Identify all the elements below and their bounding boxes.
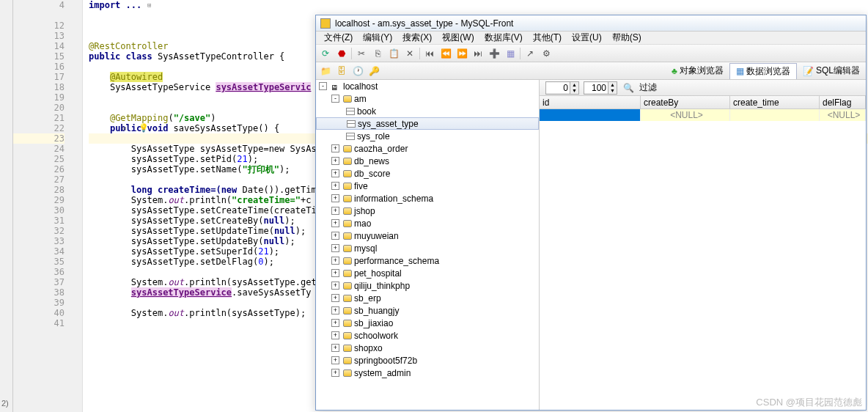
clock-icon[interactable]: 🕐 — [351, 65, 364, 78]
stop-icon[interactable]: ⬣ — [335, 47, 348, 60]
tree-db-sb-jiaxiao[interactable]: +sb_jiaxiao — [316, 317, 539, 329]
sub-toolbar: 📁 🗄 🕐 🔑 ♣对象浏览器 ▦数据浏览器 📝SQL编辑器 — [316, 62, 866, 80]
cell-createby[interactable]: <NULL> — [641, 109, 730, 121]
paste-icon[interactable]: 📋 — [387, 47, 400, 60]
line-number-gutter: 4 12 13 14 15 16 17 18 19 20 21 22 23 24… — [13, 0, 83, 412]
grid-icon[interactable]: ▦ — [504, 47, 517, 60]
tree-db-am[interactable]: -am — [316, 92, 539, 105]
column-createby[interactable]: createBy — [641, 96, 730, 108]
menu-search[interactable]: 搜索(X) — [397, 32, 437, 44]
tree-db-db-score[interactable]: +db_score — [316, 167, 539, 180]
database-icon — [343, 183, 352, 190]
database-icon — [343, 195, 352, 202]
tree-db-pet-hospital[interactable]: +pet_hospital — [316, 267, 539, 279]
database-tree[interactable]: -localhost -am book sys_asset_type sys_r… — [316, 80, 540, 410]
limit-spinner[interactable]: ▲▼ — [584, 81, 617, 95]
database-icon — [343, 332, 352, 339]
hint-bulb-icon[interactable]: 💡 — [139, 123, 149, 133]
database-icon — [343, 95, 352, 103]
tree-db-schoolwork[interactable]: +schoolwork — [316, 329, 539, 342]
add-row-icon[interactable]: ➕ — [488, 47, 501, 60]
filter-label: 过滤 — [639, 81, 657, 94]
filter-search-icon[interactable]: 🔍 — [622, 81, 635, 95]
tree-db-five[interactable]: +five — [316, 180, 539, 192]
database-icon — [343, 220, 352, 227]
database-icon — [343, 170, 352, 177]
tree-host[interactable]: -localhost — [316, 80, 539, 92]
tree-db-jshop[interactable]: +jshop — [316, 205, 539, 217]
column-delflag[interactable]: delFlag — [820, 96, 866, 108]
footer-hint: 2) — [1, 399, 9, 408]
tree-db-qiliju-thinkphp[interactable]: +qiliju_thinkphp — [316, 279, 539, 292]
next-icon[interactable]: ⏩ — [455, 47, 468, 60]
database-icon — [343, 369, 352, 377]
import-statement: import ... — [89, 0, 141, 10]
tab-data-browser[interactable]: ▦数据浏览器 — [729, 63, 797, 79]
column-createtime[interactable]: create_time — [730, 96, 820, 108]
tree-db-muyuweian[interactable]: +muyuweian — [316, 229, 539, 242]
tree-db-springboot5f72b[interactable]: +springboot5f72b — [316, 354, 539, 367]
titlebar[interactable]: localhost - am.sys_asset_type - MySQL-Fr… — [316, 15, 866, 32]
tree-db-sb-huangjy[interactable]: +sb_huangjy — [316, 304, 539, 317]
table-icon — [346, 108, 355, 115]
cell-id[interactable] — [540, 109, 641, 121]
offset-spinner[interactable]: ▲▼ — [545, 81, 579, 95]
last-icon[interactable]: ⏭ — [471, 47, 485, 60]
tab-sql-editor[interactable]: 📝SQL编辑器 — [797, 63, 866, 78]
tree-db-db-news[interactable]: +db_news — [316, 155, 539, 167]
tab-object-browser[interactable]: ♣对象浏览器 — [666, 63, 729, 78]
folder-icon[interactable]: 📁 — [319, 65, 332, 78]
database-icon — [343, 345, 352, 352]
cell-delflag[interactable]: <NULL> — [820, 109, 866, 121]
first-icon[interactable]: ⏮ — [423, 47, 436, 60]
tree-db-performance-schema[interactable]: +performance_schema — [316, 254, 539, 267]
tree-db-information-schema[interactable]: +information_schema — [316, 192, 539, 205]
main-toolbar: ⟳ ⬣ ✂ ⎘ 📋 ✕ ⏮ ⏪ ⏩ ⏭ ➕ ▦ ↗ ⚙ — [316, 45, 866, 62]
grid-body[interactable]: <NULL> <NULL> — [540, 109, 866, 410]
server-icon — [331, 82, 341, 91]
key-icon[interactable]: 🔑 — [367, 65, 380, 78]
menu-help[interactable]: 帮助(S) — [607, 32, 647, 44]
field-service: sysAssetTypeServic — [216, 82, 311, 92]
copy-icon[interactable]: ⎘ — [371, 47, 384, 60]
database-icon — [343, 295, 352, 302]
db-nav-icon[interactable]: 🗄 — [335, 65, 348, 78]
cut-icon[interactable]: ✂ — [355, 47, 368, 60]
tree-db-shopxo[interactable]: +shopxo — [316, 342, 539, 354]
database-icon — [343, 207, 352, 215]
database-icon — [343, 282, 352, 290]
menu-view[interactable]: 视图(W) — [437, 32, 479, 44]
database-icon — [343, 307, 352, 314]
prev-icon[interactable]: ⏪ — [439, 47, 452, 60]
tree-db-mao[interactable]: +mao — [316, 217, 539, 229]
database-icon — [343, 357, 352, 364]
refresh-icon[interactable]: ⟳ — [319, 47, 332, 60]
delete-icon[interactable]: ✕ — [403, 47, 416, 60]
menu-file[interactable]: 文件(Z) — [319, 32, 358, 44]
grid-row-new[interactable]: <NULL> <NULL> — [540, 109, 866, 121]
database-icon — [343, 145, 352, 152]
fold-icon[interactable]: ⊟ — [122, 123, 126, 133]
menubar: 文件(Z) 编辑(Y) 搜索(X) 视图(W) 数据库(V) 其他(T) 设置(… — [316, 32, 866, 45]
tree-table-sys-asset-type[interactable]: sys_asset_type — [316, 117, 539, 130]
menu-settings[interactable]: 设置(U) — [567, 32, 607, 44]
tree-db-mysql[interactable]: +mysql — [316, 242, 539, 254]
column-id[interactable]: id — [540, 96, 641, 108]
tree-db-sb-erp[interactable]: +sb_erp — [316, 292, 539, 304]
menu-edit[interactable]: 编辑(Y) — [358, 32, 397, 44]
grid-header: id createBy create_time delFlag — [540, 96, 866, 109]
tree-db-system-admin[interactable]: +system_admin — [316, 367, 539, 379]
menu-other[interactable]: 其他(T) — [528, 32, 567, 44]
database-icon — [343, 270, 352, 277]
annotation-restcontroller: @RestController — [89, 41, 168, 51]
fold-icon[interactable]: ⊞ — [147, 0, 151, 10]
database-icon — [343, 257, 352, 265]
menu-database[interactable]: 数据库(V) — [479, 32, 528, 44]
tree-table-book[interactable]: book — [316, 105, 539, 117]
cell-createtime[interactable] — [730, 109, 820, 121]
tree-db-caozha-order[interactable]: +caozha_order — [316, 142, 539, 155]
export-icon[interactable]: ↗ — [523, 47, 537, 60]
window-title: localhost - am.sys_asset_type - MySQL-Fr… — [335, 18, 513, 29]
tree-table-sys-role[interactable]: sys_role — [316, 130, 539, 142]
tool-icon[interactable]: ⚙ — [540, 47, 553, 60]
